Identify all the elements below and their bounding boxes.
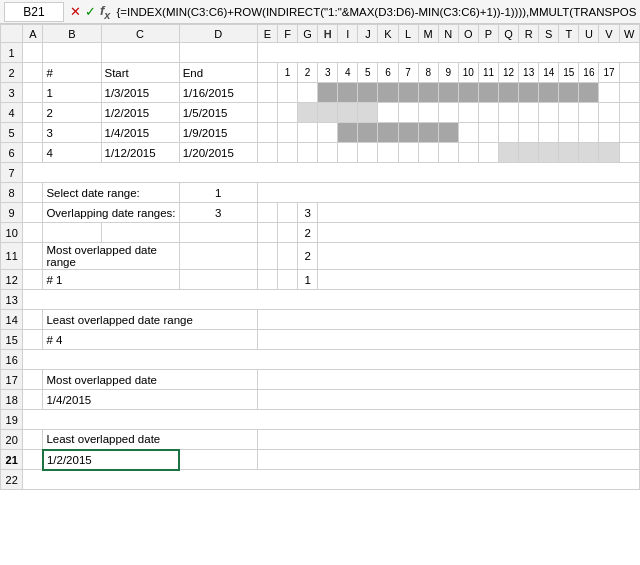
cell-a11[interactable] [23,243,43,270]
cell-f3-day1[interactable] [277,83,297,103]
cell-d21[interactable] [179,450,257,470]
cell-n3-day9[interactable] [438,83,458,103]
cell-k5-day6[interactable] [378,123,398,143]
cell-i6[interactable] [338,143,358,163]
cell-e3[interactable] [257,83,277,103]
cell-t3-day15[interactable] [559,83,579,103]
cell-e9[interactable] [257,203,277,223]
cell-n5-day9[interactable] [438,123,458,143]
col-header-h[interactable]: H [318,25,338,43]
col-header-f[interactable]: F [277,25,297,43]
cell-u3-day16[interactable] [579,83,599,103]
cell-e1-w1[interactable] [257,43,639,63]
cell-r2[interactable]: 13 [519,63,539,83]
cell-g12[interactable]: 1 [298,270,318,290]
cell-w4[interactable] [619,103,639,123]
cell-h2[interactable]: 3 [318,63,338,83]
col-header-u[interactable]: U [579,25,599,43]
cell-v2[interactable]: 17 [599,63,619,83]
cell-o2[interactable]: 10 [458,63,478,83]
cell-g2[interactable]: 2 [298,63,318,83]
cell-f11[interactable] [277,243,297,270]
col-header-t[interactable]: T [559,25,579,43]
cell-e4[interactable] [257,103,277,123]
cell-c4[interactable]: 1/2/2015 [101,103,179,123]
cell-c10[interactable] [101,223,179,243]
cell-r3-day13[interactable] [519,83,539,103]
cell-b9[interactable]: Overlapping date ranges: [43,203,179,223]
cell-w2[interactable] [619,63,639,83]
cell-row7[interactable] [23,163,640,183]
cell-s2[interactable]: 14 [539,63,559,83]
cell-f9[interactable] [277,203,297,223]
cell-b10[interactable] [43,223,101,243]
cell-q6-day12[interactable] [499,143,519,163]
cell-q3-day12[interactable] [499,83,519,103]
cell-rest20[interactable] [257,430,639,450]
cell-g10[interactable]: 2 [298,223,318,243]
cell-e5[interactable] [257,123,277,143]
cell-n6[interactable] [438,143,458,163]
cell-l5-day7[interactable] [398,123,418,143]
cell-d6[interactable]: 1/20/2015 [179,143,257,163]
cell-a17[interactable] [23,370,43,390]
cell-a3[interactable] [23,83,43,103]
col-header-a[interactable]: A [23,25,43,43]
cell-s4[interactable] [539,103,559,123]
cell-d2[interactable]: End [179,63,257,83]
cell-k3-day6[interactable] [378,83,398,103]
cell-v6-day17[interactable] [599,143,619,163]
col-header-c[interactable]: C [101,25,179,43]
cell-e6[interactable] [257,143,277,163]
cell-m2[interactable]: 8 [418,63,438,83]
cell-b21-selected[interactable]: 1/2/2015 [43,450,179,470]
cell-b18[interactable]: 1/4/2015 [43,390,257,410]
cell-row22[interactable] [23,470,640,490]
cell-w3[interactable] [619,83,639,103]
cell-o6[interactable] [458,143,478,163]
confirm-icon[interactable]: ✓ [85,4,96,19]
cell-t5[interactable] [559,123,579,143]
cell-j3-day5[interactable] [358,83,378,103]
cell-f12[interactable] [277,270,297,290]
cell-b6[interactable]: 4 [43,143,101,163]
cell-q5[interactable] [499,123,519,143]
cell-rest15[interactable] [257,330,639,350]
cell-b14[interactable]: Least overlapped date range [43,310,257,330]
cell-f5-day1[interactable] [277,123,297,143]
col-header-v[interactable]: V [599,25,619,43]
cell-row19[interactable] [23,410,640,430]
cell-p5[interactable] [478,123,498,143]
col-header-k[interactable]: K [378,25,398,43]
cell-d3[interactable]: 1/16/2015 [179,83,257,103]
col-header-l[interactable]: L [398,25,418,43]
cell-b17[interactable]: Most overlapped date [43,370,257,390]
cell-k4-day6[interactable] [378,103,398,123]
cell-i5-day4[interactable] [338,123,358,143]
col-header-b[interactable]: B [43,25,101,43]
cell-e2[interactable] [257,63,277,83]
cell-g3-day2[interactable] [298,83,318,103]
cell-a12[interactable] [23,270,43,290]
function-icon[interactable]: fx [100,3,110,21]
cell-rest9[interactable] [318,203,640,223]
cell-a21[interactable] [23,450,43,470]
col-header-p[interactable]: P [478,25,498,43]
cell-v5[interactable] [599,123,619,143]
col-header-i[interactable]: I [338,25,358,43]
cell-b5[interactable]: 3 [43,123,101,143]
cell-p2[interactable]: 11 [478,63,498,83]
cell-d8[interactable]: 1 [179,183,257,203]
cell-o4[interactable] [458,103,478,123]
cell-b12[interactable]: # 1 [43,270,179,290]
cell-rest11[interactable] [318,243,640,270]
cell-a14[interactable] [23,310,43,330]
cell-g6[interactable] [298,143,318,163]
cell-j2[interactable]: 5 [358,63,378,83]
cell-g4-day2[interactable] [298,103,318,123]
col-header-r[interactable]: R [519,25,539,43]
col-header-s[interactable]: S [539,25,559,43]
cell-t2[interactable]: 15 [559,63,579,83]
cell-a2[interactable] [23,63,43,83]
cell-rest10[interactable] [318,223,640,243]
